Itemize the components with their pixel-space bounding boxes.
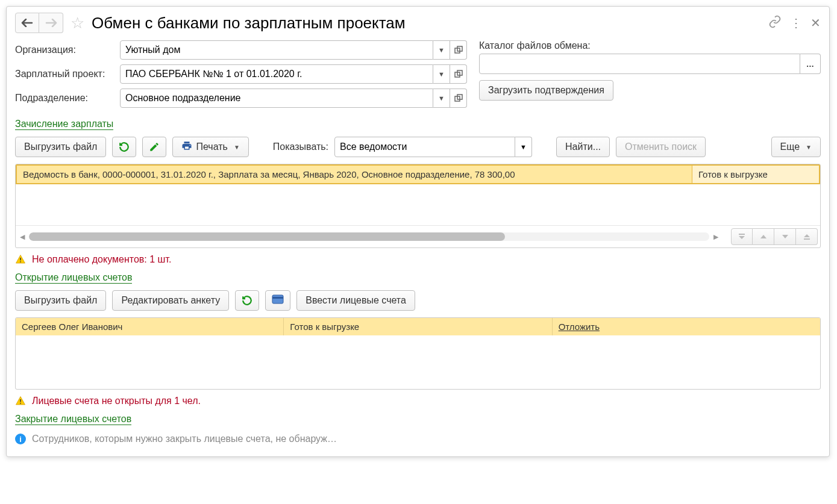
print-button[interactable]: Печать ▼ bbox=[172, 137, 248, 157]
printer-icon bbox=[181, 140, 192, 154]
org-open-icon[interactable] bbox=[450, 40, 467, 60]
close-icon[interactable]: ✕ bbox=[810, 16, 821, 30]
show-dropdown-icon[interactable]: ▼ bbox=[515, 137, 532, 157]
find-button[interactable]: Найти... bbox=[556, 137, 610, 157]
section1-warning: Не оплачено документов: 1 шт. bbox=[15, 254, 821, 265]
accounts-list: Сергеев Олег Иванович Готов к выгрузке О… bbox=[15, 317, 821, 390]
page-title: Обмен с банками по зарплатным проектам bbox=[92, 14, 763, 33]
project-input[interactable] bbox=[120, 64, 433, 84]
section3-info-text: Сотрудников, которым нужно закрыть лицев… bbox=[32, 434, 337, 444]
forward-button[interactable] bbox=[39, 13, 63, 33]
section3-info: i Сотрудников, которым нужно закрыть лиц… bbox=[15, 434, 821, 444]
svg-rect-10 bbox=[272, 295, 283, 303]
enter-accounts-button[interactable]: Ввести лицевые счета bbox=[296, 290, 415, 311]
show-label: Показывать: bbox=[273, 142, 328, 152]
salary-payment-link[interactable]: Зачисление зарплаты bbox=[15, 119, 113, 130]
list-nav-buttons bbox=[731, 228, 818, 245]
favorite-star-icon[interactable]: ☆ bbox=[68, 14, 87, 33]
chevron-down-icon: ▼ bbox=[806, 144, 812, 151]
app-window: ☆ Обмен с банками по зарплатным проектам… bbox=[6, 6, 830, 457]
statement-cell-main: Ведомость в банк, 0000-000001, 31.01.202… bbox=[17, 166, 692, 183]
statements-list: Ведомость в банк, 0000-000001, 31.01.202… bbox=[15, 164, 821, 248]
show-select[interactable] bbox=[334, 137, 515, 157]
filters: Организация: ▼ Зарплатный проект: ▼ bbox=[15, 38, 821, 115]
load-confirmations-button[interactable]: Загрузить подтверждения bbox=[479, 80, 613, 101]
catalog-browse-button[interactable]: … bbox=[800, 54, 821, 74]
edit-button[interactable] bbox=[142, 137, 166, 157]
list-scroll-footer: ◀ ▶ bbox=[16, 225, 820, 247]
list-last-icon[interactable] bbox=[796, 228, 818, 245]
org-field-row: Организация: ▼ bbox=[15, 40, 467, 60]
link-icon[interactable] bbox=[768, 15, 782, 31]
filters-left: Организация: ▼ Зарплатный проект: ▼ bbox=[15, 40, 467, 113]
section1-toolbar: Выгрузить файл Печать ▼ Показывать: ▼ На… bbox=[15, 135, 821, 159]
svg-rect-9 bbox=[20, 261, 21, 263]
project-field-row: Зарплатный проект: ▼ bbox=[15, 64, 467, 84]
refresh-button-2[interactable] bbox=[235, 290, 259, 311]
svg-rect-12 bbox=[20, 399, 21, 402]
titlebar: ☆ Обмен с банками по зарплатным проектам… bbox=[15, 13, 821, 38]
section1-warning-text: Не оплачено документов: 1 шт. bbox=[32, 254, 171, 265]
project-open-icon[interactable] bbox=[450, 64, 467, 84]
catalog-input[interactable] bbox=[479, 54, 800, 74]
cancel-find-button[interactable]: Отменить поиск bbox=[616, 137, 706, 157]
list-up-icon[interactable] bbox=[753, 228, 774, 245]
project-dropdown-icon[interactable]: ▼ bbox=[433, 64, 450, 84]
more-label: Еще bbox=[780, 142, 800, 152]
card-button[interactable] bbox=[265, 290, 290, 311]
dept-label: Подразделение: bbox=[15, 93, 116, 104]
print-label: Печать bbox=[196, 142, 227, 152]
warning-icon bbox=[15, 254, 26, 265]
nav-group bbox=[15, 13, 63, 33]
svg-rect-7 bbox=[804, 238, 810, 240]
org-dropdown-icon[interactable]: ▼ bbox=[433, 40, 450, 60]
svg-rect-6 bbox=[739, 234, 745, 235]
filters-right: Каталог файлов обмена: … Загрузить подтв… bbox=[479, 40, 821, 101]
dept-open-icon[interactable] bbox=[450, 89, 467, 108]
catalog-label: Каталог файлов обмена: bbox=[479, 40, 821, 51]
org-label: Организация: bbox=[15, 45, 116, 55]
svg-rect-8 bbox=[20, 258, 21, 261]
account-name-cell: Сергеев Олег Иванович bbox=[16, 318, 284, 335]
export-file-button-2[interactable]: Выгрузить файл bbox=[15, 290, 106, 311]
warning-icon bbox=[15, 396, 26, 406]
statement-row[interactable]: Ведомость в банк, 0000-000001, 31.01.202… bbox=[16, 164, 820, 184]
title-actions: ⋮ ✕ bbox=[768, 15, 821, 31]
svg-rect-11 bbox=[272, 297, 283, 299]
refresh-button[interactable] bbox=[112, 137, 136, 157]
section2-toolbar: Выгрузить файл Редактировать анкету Ввес… bbox=[15, 288, 821, 313]
account-row[interactable]: Сергеев Олег Иванович Готов к выгрузке О… bbox=[16, 318, 820, 335]
export-file-button[interactable]: Выгрузить файл bbox=[15, 137, 106, 157]
close-accounts-link[interactable]: Закрытие лицевых счетов bbox=[15, 414, 131, 425]
more-button[interactable]: Еще ▼ bbox=[771, 137, 821, 157]
scrollbar[interactable] bbox=[29, 232, 709, 241]
scroll-right-icon[interactable]: ▶ bbox=[712, 233, 720, 241]
dept-dropdown-icon[interactable]: ▼ bbox=[433, 89, 450, 108]
back-button[interactable] bbox=[15, 13, 39, 33]
menu-dots-icon[interactable]: ⋮ bbox=[790, 16, 802, 30]
postpone-link[interactable]: Отложить bbox=[559, 322, 600, 332]
card-icon bbox=[272, 294, 284, 307]
scroll-thumb[interactable] bbox=[29, 232, 505, 241]
statement-cell-status: Готов к выгрузке bbox=[692, 166, 819, 183]
scroll-left-icon[interactable]: ◀ bbox=[18, 233, 27, 241]
section2-warning: Лицевые счета не открыты для 1 чел. bbox=[15, 396, 821, 406]
info-icon: i bbox=[15, 434, 26, 444]
list-down-icon[interactable] bbox=[774, 228, 796, 245]
open-accounts-link[interactable]: Открытие лицевых счетов bbox=[15, 272, 132, 284]
list-first-icon[interactable] bbox=[731, 228, 753, 245]
section2-warning-text: Лицевые счета не открыты для 1 чел. bbox=[32, 396, 201, 406]
dept-input[interactable] bbox=[120, 89, 433, 108]
org-input[interactable] bbox=[120, 40, 433, 60]
dept-field-row: Подразделение: ▼ bbox=[15, 89, 467, 108]
chevron-down-icon: ▼ bbox=[234, 144, 240, 151]
svg-rect-13 bbox=[20, 403, 21, 404]
project-label: Зарплатный проект: bbox=[15, 69, 116, 79]
account-action-cell: Отложить bbox=[553, 318, 820, 335]
account-status-cell: Готов к выгрузке bbox=[284, 318, 552, 335]
edit-profile-button[interactable]: Редактировать анкету bbox=[112, 290, 229, 311]
